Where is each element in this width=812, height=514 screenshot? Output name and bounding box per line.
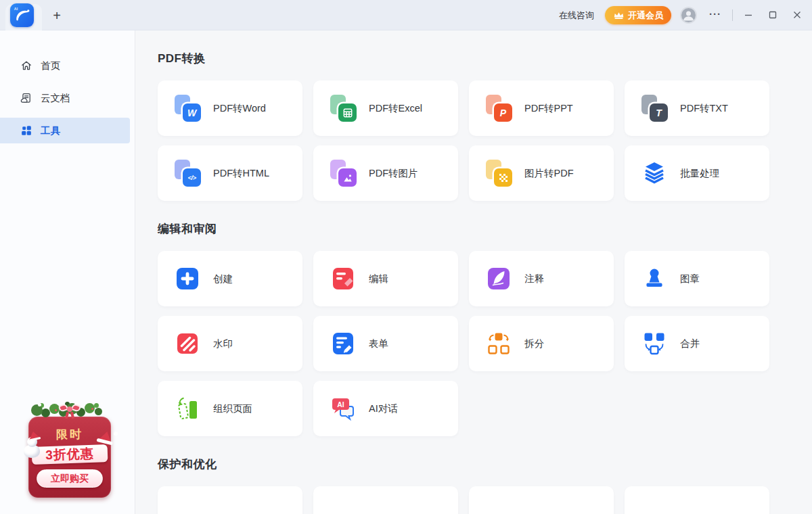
sidebar-item-label: 工具 [41, 124, 60, 137]
tool-card-form[interactable]: 表单 [313, 316, 458, 371]
tool-card-pdf-to-excel[interactable]: PDF转Excel [313, 80, 458, 136]
tool-card-annotate[interactable]: 注释 [469, 251, 614, 306]
stamp-icon [641, 265, 668, 292]
tool-card-watermark[interactable]: 水印 [158, 316, 302, 371]
promo-line2: 3折优惠 [32, 444, 108, 465]
open-membership-button[interactable]: 开通会员 [605, 6, 671, 24]
form-icon [330, 330, 357, 357]
sidebar: 首页 云文档 工具 [0, 30, 135, 514]
tool-card-pdf-to-html[interactable]: </> PDF转HTML [158, 145, 302, 201]
tool-card-split[interactable]: 拆分 [469, 316, 614, 371]
new-tab-button[interactable]: + [49, 7, 65, 24]
pdf-to-html-icon: </> [174, 160, 201, 187]
tool-card-partial[interactable] [313, 486, 458, 514]
sidebar-item-tools[interactable]: 工具 [0, 118, 130, 143]
sidebar-item-label: 云文档 [41, 92, 70, 105]
tool-card-organize-pages[interactable]: 组织页面 [158, 381, 302, 436]
close-button[interactable] [788, 5, 807, 24]
tool-card-pdf-to-txt[interactable]: T PDF转TXT [625, 80, 769, 136]
pdf-to-word-icon: W [174, 95, 201, 122]
annotate-quill-icon [485, 265, 512, 292]
close-icon [793, 11, 801, 19]
edit-icon [330, 265, 357, 292]
snowman-icon [24, 437, 40, 458]
svg-text:AI: AI [14, 7, 18, 11]
tool-label: 批量处理 [680, 167, 719, 180]
tool-card-ai-chat[interactable]: AI AI对话 [313, 381, 458, 436]
watermark-icon [174, 330, 201, 357]
main-content: PDF转换 W PDF转Word [135, 30, 812, 514]
tool-card-batch-process[interactable]: 批量处理 [625, 145, 769, 201]
tool-card-image-to-pdf[interactable]: 图片转PDF [469, 145, 614, 201]
tool-label: PDF转Excel [369, 102, 422, 115]
tool-label: PDF转TXT [680, 102, 728, 115]
cloud-document-icon [20, 92, 32, 104]
membership-label: 开通会员 [628, 9, 663, 22]
ai-chat-icon: AI [330, 395, 357, 422]
tool-label: 图片转PDF [524, 167, 574, 180]
tool-card-pdf-to-word[interactable]: W PDF转Word [158, 80, 302, 136]
sidebar-item-cloud-docs[interactable]: 云文档 [0, 85, 130, 111]
batch-process-icon [641, 160, 668, 187]
section-title-edit-review: 编辑和审阅 [158, 221, 812, 237]
split-icon [485, 330, 512, 357]
tool-label: PDF转HTML [213, 167, 269, 180]
titlebar: AI + 在线咨询 开通会员 ··· [0, 0, 812, 30]
tool-label: 创建 [213, 273, 233, 285]
minimize-button[interactable] [739, 5, 758, 24]
tool-label: 拆分 [524, 337, 544, 350]
svg-text:AI: AI [337, 400, 344, 408]
more-menu-button[interactable]: ··· [709, 8, 721, 20]
person-icon [681, 8, 696, 22]
protect-optimize-grid [158, 486, 812, 514]
promo-buy-button[interactable]: 立即购买 [37, 469, 103, 488]
tools-grid-icon [20, 124, 32, 137]
sidebar-item-label: 首页 [41, 60, 60, 72]
tool-card-partial[interactable] [625, 486, 769, 514]
tool-label: PDF转图片 [369, 167, 418, 180]
pdf-to-txt-icon: T [641, 95, 668, 122]
crown-icon [613, 11, 625, 20]
promo-badge[interactable]: 限时 3折优惠 立即购买 [28, 399, 111, 500]
merge-icon [641, 330, 668, 357]
online-consult-link[interactable]: 在线咨询 [559, 9, 594, 22]
image-to-pdf-icon [485, 160, 512, 187]
section-title-protect-optimize: 保护和优化 [158, 457, 812, 472]
pdf-to-image-icon [330, 160, 357, 187]
edit-review-grid: 创建 编辑 [158, 251, 812, 436]
tool-label: 组织页面 [213, 402, 252, 415]
maximize-icon [769, 11, 777, 19]
promo-card: 限时 3折优惠 立即购买 [28, 417, 111, 498]
pdf-to-ppt-icon: P [485, 95, 512, 122]
home-icon [20, 60, 32, 72]
section-title-convert: PDF转换 [158, 51, 812, 66]
user-avatar[interactable] [680, 7, 697, 24]
tool-label: 表单 [369, 337, 388, 350]
maximize-button[interactable] [763, 5, 782, 24]
tool-card-pdf-to-ppt[interactable]: P PDF转PPT [469, 80, 614, 136]
pdf-to-excel-icon [330, 95, 357, 122]
tool-card-partial[interactable] [158, 486, 302, 514]
tool-label: 图章 [680, 273, 700, 285]
tool-card-pdf-to-image[interactable]: PDF转图片 [313, 145, 458, 201]
minimize-icon [744, 11, 752, 19]
tool-card-partial[interactable] [469, 486, 614, 514]
tool-card-merge[interactable]: 合并 [625, 316, 769, 371]
bow-icon [58, 404, 81, 415]
tool-label: AI对话 [369, 402, 398, 415]
tool-label: PDF转PPT [524, 102, 573, 115]
tool-card-create[interactable]: 创建 [158, 251, 302, 306]
convert-grid: W PDF转Word PDF转Excel [158, 80, 812, 201]
organize-pages-icon [174, 395, 201, 422]
tool-label: 水印 [213, 337, 233, 350]
create-icon [174, 265, 201, 292]
tool-card-edit[interactable]: 编辑 [313, 251, 458, 306]
tool-label: 合并 [680, 337, 700, 350]
tool-label: PDF转Word [213, 102, 266, 115]
titlebar-divider [732, 9, 733, 21]
tool-label: 注释 [524, 273, 544, 285]
sidebar-item-home[interactable]: 首页 [0, 53, 130, 78]
app-logo-icon[interactable]: AI [10, 3, 34, 27]
tool-card-stamp[interactable]: 图章 [625, 251, 769, 306]
tool-label: 编辑 [369, 273, 388, 285]
